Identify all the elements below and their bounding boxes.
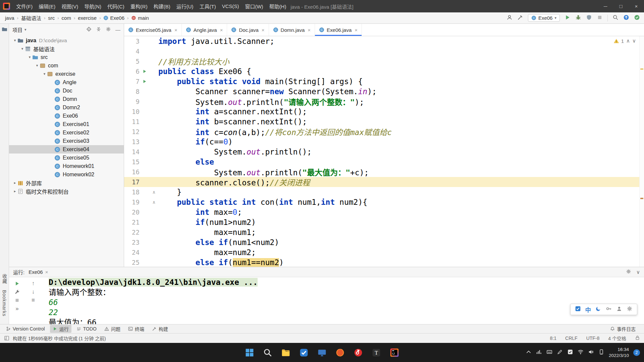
status-widget-3[interactable]: 4 个空格 [608, 335, 626, 342]
editor-tab-4[interactable]: CExe06.java× [315, 24, 362, 36]
tab-close-icon[interactable]: × [220, 27, 223, 33]
tree-toggle-icon[interactable]: ▾ [12, 38, 17, 43]
tree-item-11[interactable]: CExercise02 [9, 128, 124, 137]
notification-badge[interactable]: 2 [633, 349, 640, 356]
tree-item-18[interactable]: ▸临时文件和控制台 [9, 187, 124, 195]
taskbar-app-teamcheck[interactable] [297, 345, 311, 360]
toolwindow-button-5[interactable]: 构建 [149, 325, 171, 333]
code-line-21[interactable]: 21 if(num1>num2) [124, 217, 644, 227]
tray-phone[interactable] [598, 349, 604, 356]
taskbar-app-explorer[interactable] [278, 345, 293, 360]
tree-item-3[interactable]: ▾com [9, 61, 124, 70]
menu-item-0[interactable]: 文件(F) [13, 0, 36, 12]
up-button[interactable]: ↑ [30, 281, 36, 287]
tree-item-15[interactable]: CHomework01 [9, 162, 124, 170]
tray-chevron-up[interactable] [526, 349, 532, 356]
warning-count[interactable]: 1 [621, 38, 624, 44]
ime-language-button[interactable]: 中 [585, 305, 591, 314]
code-line-9[interactable]: 9 System.out.println("请输入两个整数："); [124, 97, 644, 107]
tree-item-1[interactable]: ▾基础语法 [9, 45, 124, 53]
code-line-11[interactable]: 11 int b=scanner.nextInt(); [124, 117, 644, 127]
editor-tab-3[interactable]: CDomn.java× [269, 24, 315, 36]
menu-item-4[interactable]: 代码(C) [104, 0, 127, 12]
menu-item-1[interactable]: 编辑(E) [36, 0, 58, 12]
code-line-8[interactable]: 8 Scanner scanner=new Scanner(System.in)… [124, 86, 644, 97]
code-line-15[interactable]: 15 else [124, 157, 644, 167]
status-widget-1[interactable]: CRLF [565, 336, 578, 341]
tree-item-14[interactable]: CExercise05 [9, 154, 124, 162]
taskbar-app-typora[interactable]: T [369, 345, 384, 360]
editor-tab-1[interactable]: CAngle.java× [182, 24, 227, 36]
toolwindow-button-3[interactable]: 问题 [102, 325, 123, 333]
hide-run-panel-button[interactable]: ∨ [636, 269, 640, 275]
down-button[interactable]: ↓ [30, 289, 36, 295]
run-gutter-icon[interactable] [142, 69, 147, 74]
lines-button[interactable]: ≡ [30, 297, 36, 303]
readonly-lock-button[interactable] [635, 335, 640, 341]
tree-toggle-icon[interactable]: ▾ [35, 63, 40, 68]
rerun-button[interactable] [14, 281, 20, 287]
taskbar-app-firefox[interactable] [333, 345, 347, 360]
taskbar-app-idea[interactable]: IJ [387, 345, 402, 360]
code-line-5[interactable]: 5//利用方法比较大小 [124, 56, 644, 66]
build-button[interactable] [517, 14, 523, 21]
code-line-23[interactable]: 23 else if(num1<num2) [124, 237, 644, 247]
taskbar-app-netease[interactable] [351, 345, 366, 360]
debug-button[interactable] [575, 14, 581, 21]
code-line-13[interactable]: 13 if(c==0) [124, 137, 644, 147]
console-output[interactable]: D:\develop\Java\jdk1.8.0_241\bin\java.ex… [41, 277, 644, 324]
menu-item-3[interactable]: 导航(N) [81, 0, 104, 12]
code-line-16[interactable]: 16 System.out.println("最大值为："+c); [124, 167, 644, 177]
tree-toggle-icon[interactable]: ▾ [27, 55, 32, 59]
toolwindow-button-1[interactable]: 运行 [50, 325, 71, 333]
tree-item-4[interactable]: ▾exercise [9, 70, 124, 78]
tree-item-12[interactable]: CExercise03 [9, 137, 124, 145]
tray-wifi[interactable] [578, 349, 584, 356]
ime-dark-mode-button[interactable] [595, 306, 601, 313]
tray-volume[interactable] [588, 349, 594, 356]
tree-item-8[interactable]: CDomn2 [9, 103, 124, 112]
project-panel-title[interactable]: 项目 [12, 26, 22, 33]
menu-item-10[interactable]: 窗口(W) [242, 0, 266, 12]
tree-toggle-icon[interactable]: ▾ [20, 47, 25, 51]
tray-graph[interactable] [536, 349, 542, 356]
code-line-6[interactable]: 6public class Exe06 { [124, 66, 644, 76]
settings-button[interactable] [106, 26, 111, 33]
breadcrumb-item-5[interactable]: CExe06 [102, 15, 125, 21]
more-button[interactable]: » [14, 306, 20, 312]
search-everywhere-button[interactable] [612, 14, 619, 21]
minimize-button[interactable]: ─ [598, 0, 613, 12]
tree-item-6[interactable]: CDoc [9, 86, 124, 95]
tab-close-icon[interactable]: × [308, 27, 311, 33]
update-button[interactable] [623, 14, 629, 21]
collapse-all-button[interactable] [96, 26, 101, 33]
tree-toggle-icon[interactable]: ▸ [12, 181, 17, 185]
toolwindow-button-2[interactable]: TODO [74, 325, 99, 333]
code-line-19[interactable]: 19∧ public static int con(int num1,int n… [124, 197, 644, 207]
tray-syncbox[interactable] [567, 349, 573, 356]
taskbar-app-start[interactable] [242, 345, 257, 360]
coverage-button[interactable] [586, 14, 592, 21]
tree-item-17[interactable]: ▸外部库 [9, 179, 124, 187]
editor-tab-0[interactable]: CExercise05.java× [124, 24, 182, 36]
menu-item-2[interactable]: 视图(V) [58, 0, 81, 12]
menu-item-7[interactable]: 运行(U) [173, 0, 197, 12]
close-icon[interactable]: × [45, 269, 48, 275]
code-line-14[interactable]: 14 System.out.println(); [124, 147, 644, 157]
run-settings-button[interactable] [626, 269, 631, 275]
ime-select-button[interactable] [575, 306, 581, 313]
toolwindow-button-right-0[interactable]: 事件日志 [607, 325, 638, 333]
locate-button[interactable] [86, 26, 92, 33]
fold-marker-icon[interactable]: ∧ [153, 199, 155, 205]
sync-status-button[interactable] [634, 14, 640, 21]
status-widget-0[interactable]: 8:1 [550, 336, 556, 341]
tree-item-7[interactable]: CDomn [9, 95, 124, 103]
stripe-label-0[interactable]: 收藏 [1, 274, 8, 284]
tree-item-16[interactable]: CHomework02 [9, 170, 124, 179]
tree-item-10[interactable]: CExercise01 [9, 120, 124, 128]
ime-user-button[interactable] [616, 306, 622, 313]
users-button[interactable] [506, 14, 513, 21]
editor[interactable]: 3import java.util.Scanner;45//利用方法比较大小6p… [124, 36, 644, 267]
tree-item-5[interactable]: CAngle [9, 78, 124, 86]
maximize-button[interactable]: □ [613, 0, 629, 12]
